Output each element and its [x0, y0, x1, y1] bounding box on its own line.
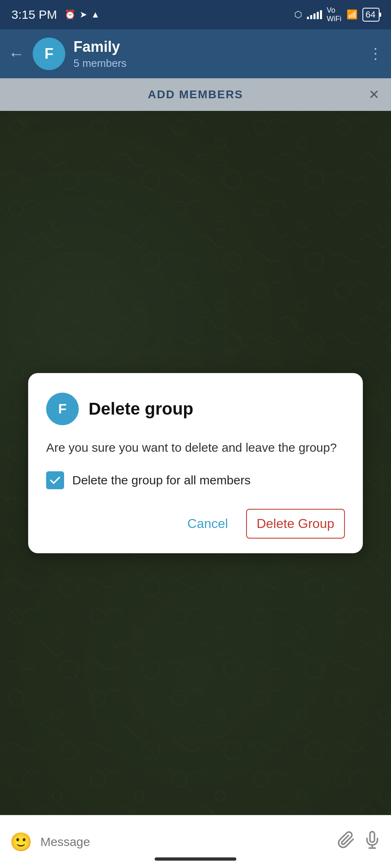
- status-left: 3:15 PM ⏰ ➤ ▲: [11, 8, 100, 22]
- mic-button[interactable]: [363, 831, 381, 853]
- alarm-icon: ⏰: [64, 9, 76, 20]
- group-avatar: F: [33, 38, 65, 70]
- signal-bar-2: [310, 15, 312, 19]
- attachment-button[interactable]: [337, 831, 355, 853]
- checkbox-row: Delete the group for all members: [46, 471, 345, 489]
- battery-tip: [380, 13, 381, 17]
- wifi-icon: 📶: [347, 9, 358, 20]
- delete-all-checkbox[interactable]: [46, 471, 64, 489]
- home-indicator: [155, 857, 236, 861]
- signal-bar-5: [320, 10, 322, 19]
- battery-indicator: 64: [362, 8, 380, 22]
- dialog-overlay: F Delete group Are you sure you want to …: [0, 111, 391, 815]
- cancel-button[interactable]: Cancel: [178, 510, 238, 538]
- status-icons: ⏰ ➤ ▲: [64, 9, 100, 20]
- battery-level: 64: [366, 9, 375, 20]
- vowifi-icon: VoWiFi: [327, 6, 342, 23]
- add-members-bar: ADD MEMBERS ✕: [0, 78, 391, 111]
- checkmark-icon: [49, 475, 61, 486]
- dialog-header: F Delete group: [46, 393, 345, 425]
- dialog-title: Delete group: [89, 399, 193, 419]
- status-right: ⬡ VoWiFi 📶 64: [294, 6, 380, 23]
- dialog-message: Are you sure you want to delete and leav…: [46, 438, 345, 457]
- navigation-icon: ➤: [80, 9, 87, 20]
- microphone-icon: [363, 831, 381, 849]
- bluetooth-icon: ⬡: [294, 9, 302, 20]
- add-members-close-button[interactable]: ✕: [369, 87, 380, 102]
- group-name: Family: [73, 38, 364, 55]
- alert-icon: ▲: [91, 9, 100, 20]
- status-time: 3:15 PM: [11, 8, 57, 22]
- signal-bar-3: [313, 13, 315, 19]
- signal-bar-4: [317, 12, 319, 19]
- back-button[interactable]: ←: [8, 46, 24, 62]
- delete-group-dialog: F Delete group Are you sure you want to …: [28, 373, 363, 553]
- signal-bar-1: [307, 17, 309, 19]
- header-bar: ← F Family 5 members ⋮: [0, 29, 391, 78]
- group-info: Family 5 members: [73, 38, 364, 70]
- dialog-actions: Cancel Delete Group: [46, 509, 345, 539]
- add-members-label: ADD MEMBERS: [148, 88, 243, 101]
- paperclip-icon: [337, 831, 355, 849]
- message-input[interactable]: [40, 835, 329, 849]
- signal-bars: [307, 10, 322, 19]
- dialog-avatar: F: [46, 393, 79, 425]
- group-members-count: 5 members: [73, 57, 364, 70]
- delete-group-button[interactable]: Delete Group: [246, 509, 345, 539]
- emoji-button[interactable]: 🙂: [10, 831, 32, 853]
- checkbox-label: Delete the group for all members: [72, 473, 251, 487]
- status-bar: 3:15 PM ⏰ ➤ ▲ ⬡ VoWiFi 📶 64: [0, 0, 391, 29]
- more-options-button[interactable]: ⋮: [368, 45, 383, 62]
